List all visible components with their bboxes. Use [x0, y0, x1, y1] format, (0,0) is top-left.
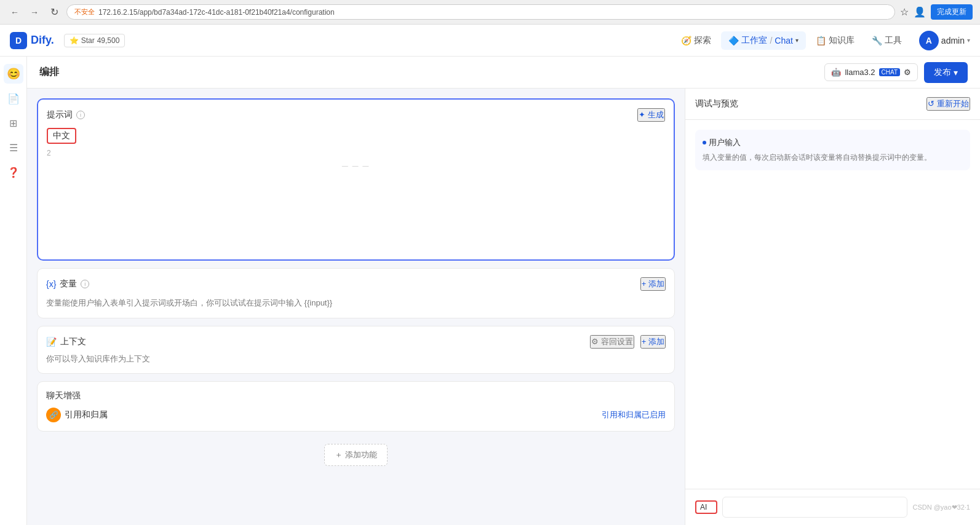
editor-header: 编排 🤖 llama3.2 CHAT ⚙ 发布 ▾	[27, 57, 980, 89]
context-actions: ⚙ 容回设置 + 添加	[590, 335, 666, 349]
browser-actions: ☆ 👤 完成更新	[900, 4, 973, 20]
update-button[interactable]: 完成更新	[931, 4, 973, 20]
nav-workspace[interactable]: 🔷 工作室 / Chat ▾	[721, 31, 805, 50]
context-header: 📝 上下文 ⚙ 容回设置 + 添加	[46, 335, 666, 349]
context-settings-icon: ⚙	[591, 337, 599, 346]
variables-description: 变量能使用户输入表单引入提示词或开场白，你可以试试在提示词中输入 {{input…	[46, 297, 666, 309]
publish-button[interactable]: 发布 ▾	[924, 62, 968, 83]
knowledge-icon: 📋	[816, 36, 826, 45]
sidebar-icon-page[interactable]: 📄	[4, 89, 23, 108]
security-warning: 不安全	[74, 7, 95, 17]
ai-badge: AI	[695, 500, 717, 514]
explore-icon: 🧭	[681, 36, 691, 45]
back-button[interactable]: ←	[7, 5, 22, 20]
github-icon: ⭐	[70, 36, 79, 45]
user-info[interactable]: A admin ▾	[919, 31, 970, 50]
nav-tools[interactable]: 🔧 工具	[864, 31, 909, 50]
sidebar-icon-list[interactable]: ☰	[4, 138, 23, 157]
sidebar-icon-grid[interactable]: ⊞	[4, 113, 23, 133]
model-icon: 🤖	[831, 68, 841, 77]
tools-icon: 🔧	[872, 36, 882, 45]
citation-icon: 🔗	[46, 408, 61, 422]
nav-explore[interactable]: 🧭 探索	[674, 31, 719, 50]
prompt-section-header: 提示词 i ✦ 生成	[47, 108, 665, 122]
restart-label: ↺ 重新开始	[928, 98, 969, 109]
variables-section: {x} 变量 i + 添加 变量能使用户输入表单引入提示词或开场白，你可以试试在…	[37, 268, 675, 318]
chinese-badge: 中文	[47, 128, 76, 144]
user-input-label-text: 用户输入	[709, 137, 741, 148]
generate-label: ✦ 生成	[639, 109, 664, 120]
context-icon: 📝	[46, 337, 57, 347]
add-variable-button[interactable]: + 添加	[640, 277, 666, 291]
context-description: 你可以导入知识库作为上下文	[46, 353, 666, 365]
sidebar-icons: 😊 📄 ⊞ ☰ ❓	[0, 57, 27, 525]
workspace-label: 工作室	[741, 35, 767, 46]
app-layout: 😊 📄 ⊞ ☰ ❓ 编排 🤖 llama3.2 CHAT ⚙	[0, 57, 980, 525]
dot-blue-icon	[703, 141, 706, 144]
prompt-editor: 中文 2 — — —	[47, 128, 665, 251]
sidebar-icon-help[interactable]: ❓	[4, 162, 23, 182]
chat-input[interactable]	[722, 497, 907, 518]
nav-knowledge[interactable]: 📋 知识库	[808, 31, 862, 50]
workspace-icon: 🔷	[728, 36, 739, 45]
add-feature-button[interactable]: ＋ 添加功能	[324, 444, 388, 466]
user-avatar: A	[919, 31, 939, 50]
feature-status: 引用和归属已启用	[602, 409, 666, 420]
chat-label: Chat	[775, 36, 793, 45]
model-name: llama3.2	[845, 68, 875, 77]
sidebar-icon-emoji[interactable]: 😊	[4, 64, 23, 84]
grid-icon: ⊞	[9, 117, 17, 129]
context-title-text: 上下文	[60, 336, 86, 347]
publish-label: 发布	[934, 67, 951, 78]
preview-header: 调试与预览 ↺ 重新开始	[685, 89, 980, 120]
restart-button[interactable]: ↺ 重新开始	[926, 97, 970, 111]
context-settings-button[interactable]: ⚙ 容回设置	[590, 335, 634, 349]
workspace-separator: /	[770, 36, 772, 45]
preview-title: 调试与预览	[695, 98, 738, 109]
add-feature-label: ＋ 添加功能	[335, 449, 377, 460]
prompt-info-icon[interactable]: i	[76, 111, 85, 119]
resize-dots: — — —	[342, 162, 370, 169]
main-content: 编排 🤖 llama3.2 CHAT ⚙ 发布 ▾	[27, 57, 980, 525]
user-account-icon[interactable]: 👤	[914, 6, 926, 18]
variable-icon: {x}	[46, 279, 56, 289]
prompt-content[interactable]: 中文	[47, 128, 665, 144]
variables-title: {x} 变量 i	[46, 278, 89, 290]
reload-button[interactable]: ↻	[47, 5, 62, 20]
github-star-button[interactable]: ⭐ Star 49,500	[64, 34, 125, 47]
prompt-title: 提示词 i	[47, 109, 85, 120]
add-feature-area: ＋ 添加功能	[37, 439, 675, 471]
user-name: admin	[941, 36, 965, 45]
generate-button[interactable]: ✦ 生成	[637, 108, 665, 122]
context-section: 📝 上下文 ⚙ 容回设置 + 添加	[37, 326, 675, 374]
resize-handle[interactable]: — — —	[47, 162, 665, 169]
context-settings-label: 容回设置	[601, 336, 633, 347]
knowledge-label: 知识库	[829, 35, 855, 46]
add-context-button[interactable]: + 添加	[640, 335, 666, 349]
prompt-title-text: 提示词	[47, 109, 73, 120]
variables-info-icon[interactable]: i	[81, 280, 89, 288]
chat-enhance-title: 聊天增强	[46, 390, 666, 401]
logo-icon: D	[10, 32, 27, 49]
browser-chrome: ← → ↻ 不安全 172.16.2.15/app/bd7a34ad-172c-…	[0, 0, 980, 25]
variables-title-text: 变量	[60, 278, 77, 290]
watermark: CSDN @yao❤32·1	[912, 503, 970, 511]
list-icon: ☰	[9, 142, 18, 154]
preview-input-area: AI CSDN @yao❤32·1	[685, 489, 980, 525]
user-chevron-icon: ▾	[967, 37, 970, 44]
context-title: 📝 上下文	[46, 336, 86, 347]
prompt-section: 提示词 i ✦ 生成 中文 2 — — —	[37, 98, 675, 261]
logo-text: Dify.	[31, 34, 54, 47]
forward-button[interactable]: →	[27, 5, 42, 20]
add-variable-label: + 添加	[642, 278, 664, 290]
address-text: 172.16.2.15/app/bd7a34ad-172c-41dc-a181-…	[98, 8, 335, 17]
emoji-icon: 😊	[7, 67, 20, 81]
top-navbar: D Dify. ⭐ Star 49,500 🧭 探索 🔷 工作室 / Chat …	[0, 25, 980, 57]
preview-body: 用户输入 填入变量的值，每次启动新会话时该变量将自动替换提示词中的变量。	[685, 120, 980, 314]
model-selector-button[interactable]: 🤖 llama3.2 CHAT ⚙	[824, 63, 918, 81]
feature-name: 引用和归属	[65, 409, 108, 420]
bookmark-icon[interactable]: ☆	[900, 6, 909, 18]
variables-header: {x} 变量 i + 添加	[46, 277, 666, 291]
logo: D Dify.	[10, 32, 54, 49]
address-bar[interactable]: 不安全 172.16.2.15/app/bd7a34ad-172c-41dc-a…	[66, 4, 895, 20]
